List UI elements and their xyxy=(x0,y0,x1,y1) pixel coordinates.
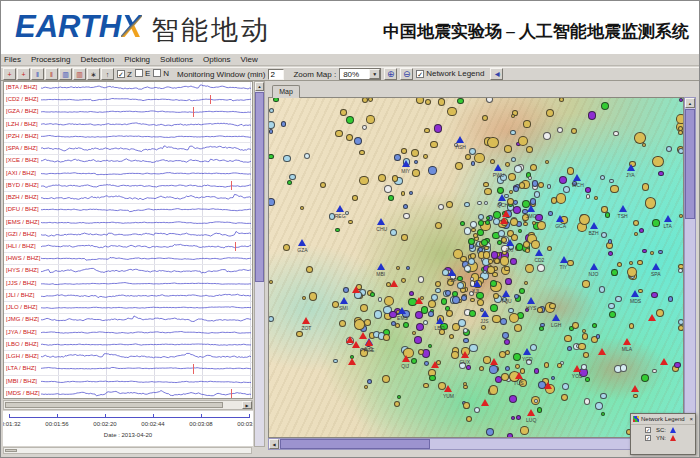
trace-row[interactable]: [HWS / BHZ] xyxy=(4,253,252,265)
trace-row[interactable]: [AXI / BHZ] xyxy=(4,168,252,180)
trace-row[interactable]: [LZH / BHZ] xyxy=(4,119,252,131)
trace-row[interactable]: [BZH / BHZ] xyxy=(4,192,252,204)
waveform-trace xyxy=(41,327,252,338)
pause-traces-button[interactable]: ‖ xyxy=(31,68,44,80)
event-marker xyxy=(429,375,436,382)
filter-traces-button[interactable]: ▥ xyxy=(59,68,72,80)
scroll-left-button[interactable]: ◀ xyxy=(269,439,279,449)
resume-traces-button[interactable]: ‖ xyxy=(45,68,58,80)
legend-checkbox-yn-box[interactable]: ✓ xyxy=(645,435,651,441)
menu-solutions[interactable]: Solutions xyxy=(160,55,193,64)
scroll-up-button[interactable]: ▲ xyxy=(685,98,695,108)
trace-row[interactable]: [GZI / BHZ] xyxy=(4,229,252,241)
trace-row[interactable]: [LGH / BHZ] xyxy=(4,351,252,363)
scrollbar-thumb[interactable] xyxy=(255,92,264,282)
event-marker xyxy=(629,323,635,329)
scrollbar-thumb[interactable] xyxy=(5,402,223,408)
menu-options[interactable]: Options xyxy=(203,55,231,64)
sc-station-icon xyxy=(340,297,348,304)
menu-picking[interactable]: Picking xyxy=(124,55,150,64)
menu-view[interactable]: View xyxy=(241,55,258,64)
zoom-map-select[interactable]: 80%▼ xyxy=(339,68,381,80)
event-marker xyxy=(466,365,471,370)
component-z-checkbox-box[interactable]: ✓ xyxy=(117,70,125,78)
trace-row[interactable]: [LBO / BHZ] xyxy=(4,339,252,351)
scroll-right-button[interactable]: ▶ xyxy=(242,401,252,409)
map-zoom-out-button[interactable]: ⊖ xyxy=(400,68,413,80)
event-marker xyxy=(489,385,499,395)
trace-row[interactable]: [HYS / BHZ] xyxy=(4,265,252,277)
event-marker xyxy=(609,179,613,183)
spectrum-button[interactable]: ▥ xyxy=(73,68,86,80)
event-marker xyxy=(403,204,409,210)
legend-titlebar[interactable]: Network Legend × xyxy=(631,414,695,425)
component-n-checkbox-box[interactable] xyxy=(153,69,161,77)
component-n-checkbox[interactable]: N xyxy=(153,69,169,78)
map-canvas[interactable]: HSHMIYPWUWCHJYAREGGZACHUQCHJMGGCABZHTSHL… xyxy=(268,97,684,438)
scrollbar-thumb[interactable] xyxy=(685,109,695,219)
move-up-button[interactable]: ↑ xyxy=(101,68,114,80)
trace-row[interactable]: [BYD / BHZ] xyxy=(4,180,252,192)
station-map-label: JYA xyxy=(626,172,635,178)
scroll-up-button[interactable]: ▲ xyxy=(255,82,264,91)
yn-station-icon xyxy=(660,358,668,365)
event-marker xyxy=(510,130,516,136)
component-e-checkbox-box[interactable] xyxy=(135,69,143,77)
legend-checkbox-sc[interactable]: ✓ xyxy=(645,427,651,433)
audio-alert-button[interactable]: ◀) xyxy=(490,68,503,80)
trace-row[interactable]: [PZH / BHZ] xyxy=(4,131,252,143)
bottom-scrollbar[interactable] xyxy=(3,447,252,454)
scrollbar-thumb[interactable] xyxy=(5,449,17,452)
zoom-map-value: 80% xyxy=(343,70,367,79)
event-marker xyxy=(567,346,572,351)
network-legend-checkbox[interactable]: ✓Network Legend xyxy=(416,69,484,78)
event-marker xyxy=(584,398,591,405)
close-icon[interactable]: × xyxy=(689,416,693,422)
trace-row[interactable]: [JJS / BHZ] xyxy=(4,278,252,290)
trace-row[interactable]: [EMS / BHZ] xyxy=(4,217,252,229)
event-marker xyxy=(477,201,481,205)
trace-row[interactable]: [LTA / BHZ] xyxy=(4,363,252,375)
legend-checkbox-yn[interactable]: ✓ xyxy=(645,435,651,441)
trace-row[interactable]: [CD2 / BHZ] xyxy=(4,94,252,106)
trace-row[interactable]: [JMG / BHZ] xyxy=(4,314,252,326)
station-map-label: LUQ xyxy=(526,417,536,423)
trace-row[interactable]: [GZA / BHZ] xyxy=(4,106,252,118)
event-marker xyxy=(428,166,436,174)
component-e-checkbox[interactable]: E xyxy=(135,69,150,78)
menu-detection[interactable]: Detection xyxy=(80,55,114,64)
autoscale-button[interactable]: ∗ xyxy=(87,68,100,80)
legend-checkbox-sc-box[interactable]: ✓ xyxy=(645,427,651,433)
map-vscrollbar[interactable]: ▲ ▼ xyxy=(684,97,696,438)
station-label: [JYA / BHZ] xyxy=(6,329,37,335)
event-marker xyxy=(600,393,607,400)
event-marker xyxy=(394,154,401,161)
map-tab[interactable]: Map xyxy=(272,85,300,98)
trace-row[interactable]: [XCE / BHZ] xyxy=(4,155,252,167)
network-legend-checkbox-box[interactable]: ✓ xyxy=(416,70,424,78)
station-label: [BZH / BHZ] xyxy=(6,194,38,200)
pick-tool-button[interactable]: + xyxy=(3,68,16,80)
trace-row[interactable]: [HLI / BHZ] xyxy=(4,241,252,253)
waveform-panel[interactable]: [BTA / BHZ][CD2 / BHZ][GZA / BHZ][LZH / … xyxy=(3,81,253,399)
trace-row[interactable]: [MBI / BHZ] xyxy=(4,376,252,388)
trace-row[interactable]: [JYA / BHZ] xyxy=(4,327,252,339)
trace-row[interactable]: [JLO / BHZ] xyxy=(4,302,252,314)
trace-row[interactable]: [JLI / BHZ] xyxy=(4,290,252,302)
waveform-hscrollbar[interactable]: ▶ xyxy=(3,400,253,410)
scrollbar-thumb[interactable] xyxy=(280,439,430,449)
map-hscrollbar[interactable]: ◀ xyxy=(268,438,684,450)
waveform-vscrollbar[interactable]: ▲ xyxy=(254,81,265,447)
menu-processing[interactable]: Processing xyxy=(31,55,71,64)
trace-row[interactable]: [MDS / BHZ] xyxy=(4,388,252,399)
event-marker xyxy=(403,213,409,219)
map-zoom-in-button[interactable]: ⊕ xyxy=(384,68,397,80)
event-marker xyxy=(528,176,532,180)
monitoring-window-input[interactable] xyxy=(268,69,284,80)
add-pick-button[interactable]: + xyxy=(17,68,30,80)
trace-row[interactable]: [DFU / BHZ] xyxy=(4,204,252,216)
component-z-checkbox[interactable]: ✓Z xyxy=(117,70,132,79)
trace-row[interactable]: [BTA / BHZ] xyxy=(4,82,252,94)
menu-files[interactable]: Files xyxy=(4,55,21,64)
trace-row[interactable]: [SPA / BHZ] xyxy=(4,143,252,155)
